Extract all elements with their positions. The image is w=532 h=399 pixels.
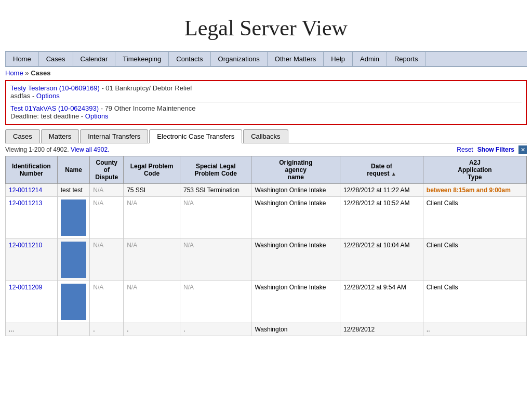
- col-agency: Originatingagencyname: [251, 156, 340, 184]
- cell-id: 12-0011213: [6, 197, 58, 239]
- reset-link[interactable]: Reset: [457, 146, 473, 153]
- cell-lpc: N/A: [124, 197, 180, 239]
- nav-bar: Home Cases Calendar Timekeeping Contacts…: [5, 51, 527, 67]
- name-redacted: [61, 242, 87, 278]
- alert-detail-1: - 01 Bankruptcy/ Debtor Relief: [101, 84, 192, 92]
- cell-a2j: ..: [423, 323, 526, 336]
- close-filters-icon[interactable]: ✕: [518, 145, 527, 154]
- breadcrumb-separator: »: [25, 69, 31, 77]
- nav-organizations[interactable]: Organizations: [211, 52, 268, 66]
- cell-name: [57, 197, 90, 239]
- cell-id: 12-0011210: [6, 239, 58, 281]
- table-controls: Viewing 1-200 of 4902. View all 4902. Re…: [5, 145, 527, 154]
- cell-id: 12-0011214: [6, 184, 58, 197]
- nav-timekeeping[interactable]: Timekeeping: [115, 52, 169, 66]
- alert-detail-2: - 79 Other Income Maintenence: [101, 104, 196, 112]
- cell-county: .: [90, 323, 124, 336]
- alert-link-1[interactable]: Testy Testerson (10-0609169): [10, 84, 100, 92]
- cell-lpc: N/A: [124, 239, 180, 281]
- viewing-text: Viewing 1-200 of 4902.: [5, 146, 69, 153]
- col-date: Date ofrequest ▲: [340, 156, 423, 184]
- cell-date: 12/28/2012 at 10:04 AM: [340, 239, 423, 281]
- tab-matters[interactable]: Matters: [41, 129, 79, 143]
- nav-other-matters[interactable]: Other Matters: [268, 52, 324, 66]
- case-id-link[interactable]: 12-0011213: [9, 200, 42, 207]
- cell-county: N/A: [90, 281, 124, 323]
- cell-county: N/A: [90, 197, 124, 239]
- cell-date: 12/28/2012: [340, 323, 423, 336]
- alert-sub-1: asdfas -: [10, 92, 36, 100]
- cell-county: N/A: [90, 184, 124, 197]
- alert-options-2[interactable]: Options: [85, 112, 109, 120]
- show-filters-link[interactable]: Show Filters: [477, 146, 514, 153]
- case-id-link[interactable]: 12-0011210: [9, 242, 42, 249]
- cell-lpc: N/A: [124, 281, 180, 323]
- tab-electronic-case-transfers[interactable]: Electronic Case Transfers: [149, 129, 242, 143]
- tab-callbacks[interactable]: Callbacks: [243, 129, 288, 143]
- alert-item-1: Testy Testerson (10-0609169) - 01 Bankru…: [10, 84, 522, 100]
- cell-slpc: N/A: [180, 239, 251, 281]
- table-row: 12-0011214test testN/A75 SSI753 SSI Term…: [6, 184, 527, 197]
- nav-calendar[interactable]: Calendar: [73, 52, 116, 66]
- cell-a2j: Client Calls: [423, 197, 526, 239]
- view-all-link[interactable]: View all 4902.: [71, 146, 110, 153]
- tab-cases[interactable]: Cases: [5, 129, 40, 143]
- case-id-link[interactable]: 12-0011209: [9, 284, 42, 291]
- table-row: 12-0011209N/AN/AN/AWashington Online Int…: [6, 281, 527, 323]
- nav-reports[interactable]: Reports: [387, 52, 426, 66]
- cell-agency: Washington Online Intake: [251, 281, 340, 323]
- table-row: ......Washington12/28/2012..: [6, 323, 527, 336]
- col-slpc: Special LegalProblem Code: [180, 156, 251, 184]
- breadcrumb-home[interactable]: Home: [5, 69, 23, 77]
- cell-date: 12/28/2012 at 10:52 AM: [340, 197, 423, 239]
- cell-a2j: Client Calls: [423, 281, 526, 323]
- alert-box: Testy Testerson (10-0609169) - 01 Bankru…: [5, 80, 527, 125]
- alert-sub-2: Deadline: test deadline -: [10, 112, 85, 120]
- case-id-link[interactable]: 12-0011214: [9, 187, 42, 194]
- col-a2j: A2JApplicationType: [423, 156, 526, 184]
- breadcrumb: Home » Cases: [5, 69, 527, 77]
- nav-admin[interactable]: Admin: [353, 52, 387, 66]
- col-lpc: Legal ProblemCode: [124, 156, 180, 184]
- nav-contacts[interactable]: Contacts: [169, 52, 210, 66]
- cell-county: N/A: [90, 239, 124, 281]
- alert-separator: [10, 102, 522, 102]
- cell-a2j: Client Calls: [423, 239, 526, 281]
- cell-date: 12/28/2012 at 11:22 AM: [340, 184, 423, 197]
- cell-date: 12/28/2012 at 9:54 AM: [340, 281, 423, 323]
- cell-slpc: .: [180, 323, 251, 336]
- cell-name: test test: [57, 184, 90, 197]
- cell-slpc: N/A: [180, 281, 251, 323]
- cell-name: [57, 281, 90, 323]
- table-actions: Reset Show Filters ✕: [457, 145, 527, 154]
- cell-name: [57, 323, 90, 336]
- cell-agency: Washington: [251, 323, 340, 336]
- name-redacted: [61, 284, 87, 320]
- cell-lpc: .: [124, 323, 180, 336]
- table-row: 12-0011213N/AN/AN/AWashington Online Int…: [6, 197, 527, 239]
- cell-agency: Washington Online Intake: [251, 197, 340, 239]
- cell-a2j: between 8:15am and 9:00am: [423, 184, 526, 197]
- cell-name: [57, 239, 90, 281]
- tab-internal-transfers[interactable]: Internal Transfers: [80, 129, 148, 143]
- nav-help[interactable]: Help: [324, 52, 353, 66]
- breadcrumb-current: Cases: [31, 69, 50, 77]
- alert-link-2[interactable]: Test 01YakVAS (10-0624393): [10, 104, 99, 112]
- cell-slpc: 753 SSI Termination: [180, 184, 251, 197]
- alert-item-2: Test 01YakVAS (10-0624393) - 79 Other In…: [10, 104, 522, 120]
- nav-home[interactable]: Home: [5, 52, 39, 66]
- nav-cases[interactable]: Cases: [39, 52, 73, 66]
- cell-lpc: 75 SSI: [124, 184, 180, 197]
- col-id-number: IdentificationNumber: [6, 156, 58, 184]
- alert-options-1[interactable]: Options: [36, 92, 60, 100]
- table-row: 12-0011210N/AN/AN/AWashington Online Int…: [6, 239, 527, 281]
- viewing-count: Viewing 1-200 of 4902. View all 4902.: [5, 146, 109, 153]
- cell-agency: Washington Online Intake: [251, 184, 340, 197]
- cell-slpc: N/A: [180, 197, 251, 239]
- page-title: Legal Server View: [0, 0, 532, 51]
- table-header-row: IdentificationNumber Name CountyofDisput…: [6, 156, 527, 184]
- cases-table: IdentificationNumber Name CountyofDisput…: [5, 156, 527, 336]
- col-county: CountyofDispute: [90, 156, 124, 184]
- cell-id: ...: [6, 323, 58, 336]
- col-name: Name: [57, 156, 90, 184]
